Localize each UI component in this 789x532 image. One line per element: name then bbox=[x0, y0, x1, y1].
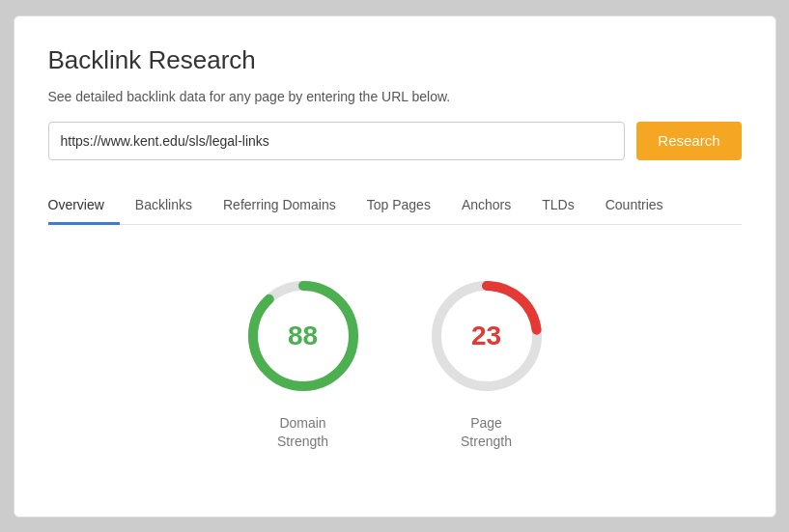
metrics-row: 88 DomainStrength 23 PageStrength bbox=[48, 264, 742, 452]
metric-value-domain-strength: 88 bbox=[288, 321, 318, 351]
metric-domain-strength: 88 DomainStrength bbox=[240, 273, 366, 452]
tabs-bar: OverviewBacklinksReferring DomainsTop Pa… bbox=[48, 187, 742, 225]
tab-tlds[interactable]: TLDs bbox=[526, 187, 589, 225]
tab-anchors[interactable]: Anchors bbox=[446, 187, 526, 225]
tab-overview[interactable]: Overview bbox=[48, 187, 120, 225]
metric-label-page-strength: PageStrength bbox=[461, 414, 512, 452]
metric-label-domain-strength: DomainStrength bbox=[277, 414, 328, 452]
research-button[interactable]: Research bbox=[636, 122, 741, 160]
page-title: Backlink Research bbox=[48, 45, 742, 75]
circle-domain-strength: 88 bbox=[240, 273, 366, 399]
circle-page-strength: 23 bbox=[424, 273, 549, 399]
main-card: Backlink Research See detailed backlink … bbox=[14, 15, 776, 518]
subtitle: See detailed backlink data for any page … bbox=[48, 89, 742, 104]
tab-backlinks[interactable]: Backlinks bbox=[120, 187, 208, 225]
url-input[interactable] bbox=[48, 122, 626, 160]
tab-countries[interactable]: Countries bbox=[590, 187, 679, 225]
tab-top-pages[interactable]: Top Pages bbox=[352, 187, 446, 225]
tab-referring-domains[interactable]: Referring Domains bbox=[208, 187, 352, 225]
search-row: Research bbox=[48, 122, 742, 160]
metric-page-strength: 23 PageStrength bbox=[424, 273, 549, 452]
metric-value-page-strength: 23 bbox=[471, 321, 501, 351]
